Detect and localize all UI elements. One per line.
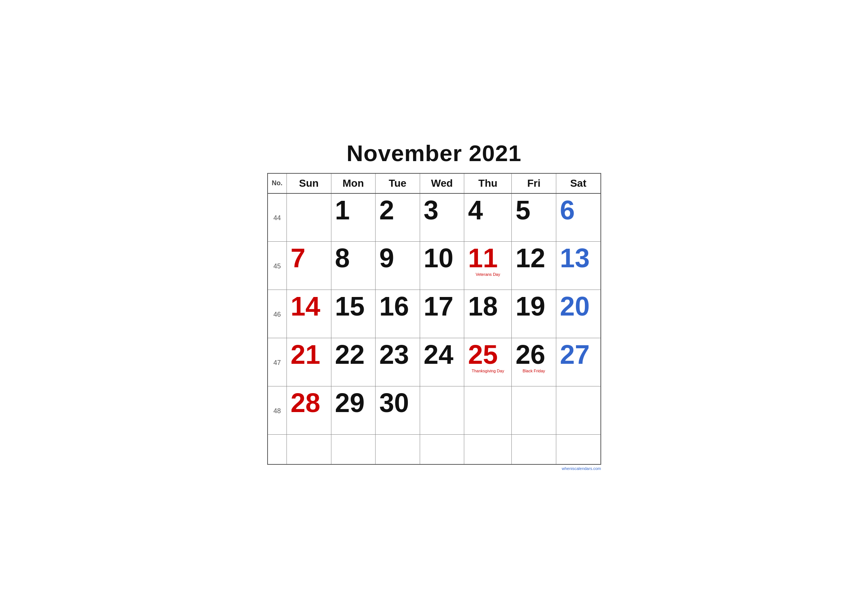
day-number: 2	[379, 197, 416, 223]
day-cell: 2	[375, 194, 420, 242]
week-number: 45	[268, 242, 287, 290]
day-number: 14	[291, 293, 327, 319]
day-cell: 28	[287, 386, 332, 435]
day-cell: 11Veterans Day	[464, 242, 512, 290]
day-number: 20	[560, 293, 597, 319]
day-number: 24	[424, 341, 460, 368]
day-number: 17	[424, 293, 460, 319]
day-cell: 10	[420, 242, 464, 290]
day-number: 21	[291, 341, 327, 368]
week-row: 48282930	[268, 386, 601, 435]
day-cell: 17	[420, 290, 464, 338]
day-cell	[287, 194, 332, 242]
week-number: 47	[268, 338, 287, 386]
day-cell: 24	[420, 338, 464, 386]
day-number: 26	[515, 341, 552, 368]
day-number: 7	[291, 245, 327, 271]
week-row: 44123456	[268, 194, 601, 242]
week-number: 46	[268, 290, 287, 338]
week-row: 4614151617181920	[268, 290, 601, 338]
empty-cell	[375, 435, 420, 464]
empty-cell	[512, 435, 556, 464]
day-cell: 13	[556, 242, 600, 290]
empty-cell	[268, 435, 287, 464]
day-cell: 16	[375, 290, 420, 338]
empty-cell	[287, 435, 332, 464]
calendar-table: No. Sun Mon Tue Wed Thu Fri Sat 44123456…	[267, 173, 601, 465]
day-cell: 1	[331, 194, 375, 242]
day-number: 1	[335, 197, 372, 223]
day-number: 12	[515, 245, 552, 271]
day-number: 4	[468, 197, 508, 223]
day-number: 22	[335, 341, 372, 368]
day-cell: 18	[464, 290, 512, 338]
day-cell	[512, 386, 556, 435]
col-header-no: No.	[268, 174, 287, 194]
day-number: 30	[379, 389, 416, 416]
day-cell: 3	[420, 194, 464, 242]
week-number: 48	[268, 386, 287, 435]
day-number: 28	[291, 389, 327, 416]
empty-row	[268, 435, 601, 464]
header-row: No. Sun Mon Tue Wed Thu Fri Sat	[268, 174, 601, 194]
day-cell: 29	[331, 386, 375, 435]
day-cell: 27	[556, 338, 600, 386]
calendar-body: 44123456457891011Veterans Day12134614151…	[268, 194, 601, 464]
day-cell: 26Black Friday	[512, 338, 556, 386]
day-cell	[556, 386, 600, 435]
day-number: 5	[515, 197, 552, 223]
calendar-title: November 2021	[267, 140, 601, 166]
day-cell: 9	[375, 242, 420, 290]
col-header-mon: Mon	[331, 174, 375, 194]
day-cell: 23	[375, 338, 420, 386]
day-cell	[420, 386, 464, 435]
day-cell: 30	[375, 386, 420, 435]
watermark[interactable]: wheniscalendars.com	[267, 465, 601, 471]
day-number: 19	[515, 293, 552, 319]
day-number: 3	[424, 197, 460, 223]
day-number: 10	[424, 245, 460, 271]
day-number: 25	[468, 341, 508, 368]
col-header-sun: Sun	[287, 174, 332, 194]
col-header-tue: Tue	[375, 174, 420, 194]
empty-cell	[420, 435, 464, 464]
day-cell: 19	[512, 290, 556, 338]
day-cell: 20	[556, 290, 600, 338]
week-number: 44	[268, 194, 287, 242]
week-row: 457891011Veterans Day1213	[268, 242, 601, 290]
day-cell: 12	[512, 242, 556, 290]
empty-cell	[556, 435, 600, 464]
day-cell: 7	[287, 242, 332, 290]
day-cell: 6	[556, 194, 600, 242]
day-cell: 22	[331, 338, 375, 386]
day-number: 9	[379, 245, 416, 271]
holiday-label: Thanksgiving Day	[468, 369, 508, 373]
day-cell	[464, 386, 512, 435]
empty-cell	[464, 435, 512, 464]
day-number: 8	[335, 245, 372, 271]
day-cell: 8	[331, 242, 375, 290]
day-number: 18	[468, 293, 508, 319]
day-cell: 21	[287, 338, 332, 386]
day-number: 29	[335, 389, 372, 416]
empty-cell	[331, 435, 375, 464]
day-cell: 5	[512, 194, 556, 242]
day-number: 6	[560, 197, 597, 223]
col-header-fri: Fri	[512, 174, 556, 194]
col-header-sat: Sat	[556, 174, 600, 194]
week-row: 472122232425Thanksgiving Day26Black Frid…	[268, 338, 601, 386]
day-cell: 25Thanksgiving Day	[464, 338, 512, 386]
day-number: 11	[468, 245, 508, 271]
day-cell: 14	[287, 290, 332, 338]
day-number: 13	[560, 245, 597, 271]
day-number: 15	[335, 293, 372, 319]
calendar-container: November 2021 No. Sun Mon Tue Wed Thu Fr…	[256, 133, 612, 482]
col-header-wed: Wed	[420, 174, 464, 194]
day-cell: 15	[331, 290, 375, 338]
day-cell: 4	[464, 194, 512, 242]
col-header-thu: Thu	[464, 174, 512, 194]
day-number: 16	[379, 293, 416, 319]
day-number: 23	[379, 341, 416, 368]
day-number: 27	[560, 341, 597, 368]
